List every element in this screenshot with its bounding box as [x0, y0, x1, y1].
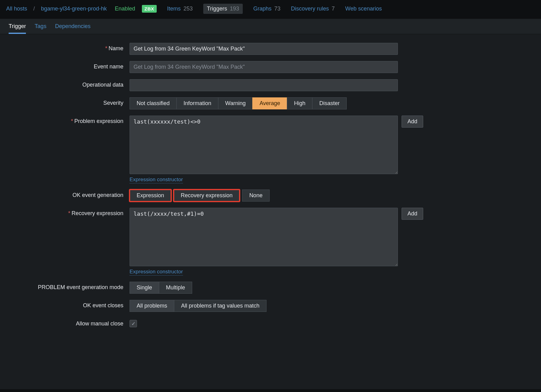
- status-enabled: Enabled: [115, 6, 135, 12]
- problem-mode-group: Single Multiple: [130, 282, 192, 294]
- nav-graphs-count: 73: [274, 6, 280, 12]
- problem-mode-single[interactable]: Single: [130, 282, 159, 294]
- form-wrap: *Name Event name Operational data Severi…: [0, 34, 541, 389]
- ok-closes-tag-match[interactable]: All problems if tag values match: [174, 300, 266, 312]
- label-event-name: Event name: [12, 61, 130, 70]
- row-problem-mode: PROBLEM event generation mode Single Mul…: [12, 282, 529, 294]
- label-recovery-expr: *Recovery expression: [12, 208, 130, 217]
- ok-closes-group: All problems All problems if tag values …: [130, 300, 266, 312]
- label-name: *Name: [12, 43, 130, 52]
- nav-items-label: Items: [167, 6, 181, 12]
- row-ok-closes: OK event closes All problems All problem…: [12, 300, 529, 312]
- label-problem-expr: *Problem expression: [12, 116, 130, 125]
- breadcrumb-all-hosts[interactable]: All hosts: [6, 6, 27, 12]
- nav-discovery-label: Discovery rules: [291, 6, 329, 12]
- label-ok-closes: OK event closes: [12, 300, 130, 309]
- row-severity: Severity Not classified Information Warn…: [12, 97, 529, 109]
- nav-triggers-label: Triggers: [207, 6, 227, 12]
- nav-triggers[interactable]: Triggers 193: [203, 4, 243, 14]
- label-op-data: Operational data: [12, 79, 130, 88]
- problem-expr-add-button[interactable]: Add: [402, 116, 423, 128]
- severity-average[interactable]: Average: [252, 97, 287, 109]
- nav-graphs[interactable]: Graphs 73: [253, 6, 280, 12]
- label-problem-mode: PROBLEM event generation mode: [12, 282, 130, 291]
- row-problem-expr: *Problem expression last(xxxxxx/test)<>0…: [12, 116, 529, 183]
- problem-expr-textarea[interactable]: last(xxxxxx/test)<>0: [130, 116, 398, 174]
- name-input[interactable]: [130, 43, 398, 55]
- nav-items[interactable]: Items 253: [167, 6, 193, 12]
- ok-closes-all[interactable]: All problems: [130, 300, 174, 312]
- nav-discovery-count: 7: [332, 6, 335, 12]
- nav-items-count: 253: [184, 6, 193, 12]
- severity-high[interactable]: High: [287, 97, 312, 109]
- ok-event-gen-group: Expression Recovery expression None: [130, 190, 270, 202]
- row-recovery-expr: *Recovery expression last(/xxxx/test,#1)…: [12, 208, 529, 276]
- recovery-expr-textarea[interactable]: last(/xxxx/test,#1)=0: [130, 208, 398, 266]
- label-severity: Severity: [12, 97, 130, 106]
- row-op-data: Operational data: [12, 79, 529, 91]
- ok-gen-recovery-expression[interactable]: Recovery expression: [174, 190, 240, 202]
- label-manual-close: Allow manual close: [12, 318, 130, 327]
- problem-expr-constructor-link[interactable]: Expression constructor: [130, 177, 183, 183]
- nav-triggers-count: 193: [230, 6, 239, 12]
- severity-group: Not classified Information Warning Avera…: [130, 97, 347, 109]
- tab-trigger[interactable]: Trigger: [9, 19, 26, 34]
- row-name: *Name: [12, 43, 529, 55]
- ok-gen-expression[interactable]: Expression: [130, 190, 171, 202]
- row-event-name: Event name: [12, 61, 529, 73]
- tab-tags[interactable]: Tags: [35, 19, 46, 34]
- tabs: Trigger Tags Dependencies: [0, 19, 541, 34]
- severity-not-classified[interactable]: Not classified: [130, 97, 177, 109]
- nav-web-label: Web scenarios: [345, 6, 382, 12]
- severity-information[interactable]: Information: [176, 97, 218, 109]
- breadcrumb-sep: /: [33, 6, 35, 12]
- severity-warning[interactable]: Warning: [218, 97, 253, 109]
- topbar: All hosts / bgame-yl34-green-prod-hk Ena…: [0, 0, 541, 19]
- nav-web[interactable]: Web scenarios: [345, 6, 382, 12]
- recovery-expr-constructor-link[interactable]: Expression constructor: [130, 269, 183, 276]
- breadcrumb-host[interactable]: bgame-yl34-green-prod-hk: [41, 6, 107, 12]
- row-ok-event-gen: OK event generation Expression Recovery …: [12, 190, 529, 202]
- op-data-input[interactable]: [130, 79, 398, 91]
- nav-graphs-label: Graphs: [253, 6, 271, 12]
- zbx-badge: ZBX: [142, 5, 157, 13]
- nav-discovery[interactable]: Discovery rules 7: [291, 6, 335, 12]
- severity-disaster[interactable]: Disaster: [312, 97, 347, 109]
- problem-mode-multiple[interactable]: Multiple: [159, 282, 192, 294]
- recovery-expr-add-button[interactable]: Add: [402, 208, 423, 220]
- ok-gen-none[interactable]: None: [242, 190, 270, 202]
- label-ok-event-gen: OK event generation: [12, 190, 130, 198]
- manual-close-checkbox[interactable]: [130, 320, 137, 327]
- event-name-input[interactable]: [130, 61, 398, 73]
- row-manual-close: Allow manual close: [12, 318, 529, 327]
- tab-dependencies[interactable]: Dependencies: [55, 19, 90, 34]
